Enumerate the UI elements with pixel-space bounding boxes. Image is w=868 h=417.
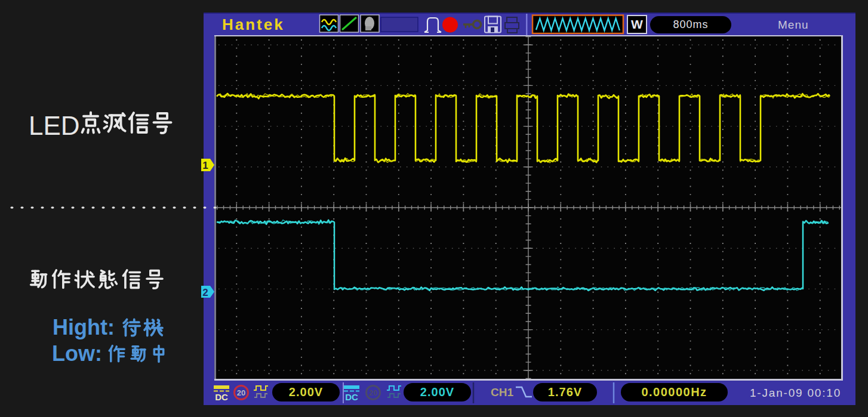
svg-text:2: 2: [202, 287, 208, 298]
svg-text:1: 1: [202, 160, 208, 171]
svg-text:W: W: [631, 17, 643, 31]
svg-text:20: 20: [237, 388, 245, 397]
svg-text:20: 20: [369, 388, 377, 397]
svg-text:DC: DC: [215, 392, 228, 402]
svg-text:DC: DC: [345, 392, 358, 402]
